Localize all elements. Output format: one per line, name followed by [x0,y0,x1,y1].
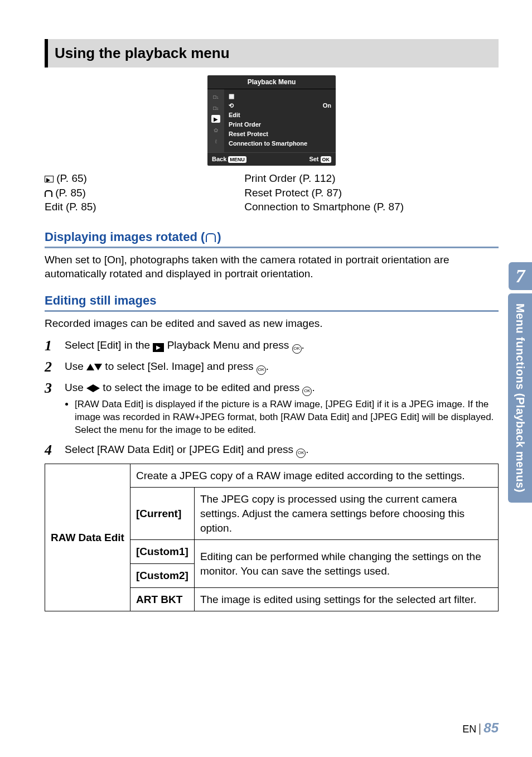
ref-resetprotect: Reset Protect (P. 87) [244,186,499,200]
playback-icon: ▶ [211,115,220,123]
chapter-label-tab: Menu functions (Playback menus) [508,293,532,503]
cell-custom-desc: Editing can be performed while changing … [194,540,498,587]
menu-icon-column: ◘₁ ◘₂ ▶ ✿ ℓ [207,89,224,152]
cell-current-desc: The JPEG copy is processed using the cur… [194,488,498,540]
menu-item-rotate: ⟲On [229,101,331,110]
cross-ref-left: (P. 65) (P. 85) Edit (P. 85) [45,171,244,214]
cell-current-label: [Current] [130,488,194,540]
menu-item-edit: Edit [229,110,331,120]
cross-ref-right: Print Order (P. 112) Reset Protect (P. 8… [244,171,499,214]
ok-icon: OK [257,365,266,375]
footer-lang: EN [462,724,476,735]
menu-item-smartphone: Connection to Smartphone [229,139,331,148]
table-top-row: Create a JPEG copy of a RAW image edited… [130,464,498,488]
menu-items: ▦ ⟲On Edit Print Order Reset Protect Con… [224,89,336,152]
cell-artbkt-desc: The image is edited using settings for t… [194,587,498,611]
ok-icon: OK [296,449,306,458]
ok-icon: OK [302,387,312,396]
chapter-number-tab: 7 [509,262,532,290]
rotate-icon [45,190,52,197]
subheading-rotated: Displaying images rotated () [45,229,499,248]
camera1-icon: ◘₁ [211,93,220,100]
footer-page-number: 85 [483,720,499,735]
cell-custom1-label: [Custom1] [130,540,194,564]
page-footer: EN85 [462,719,499,737]
ref-printorder: Print Order (P. 112) [244,171,499,186]
ref-smartphone: Connection to Smartphone (P. 87) [244,200,499,214]
camera2-icon: ◘₂ [211,104,220,112]
step-3-note: [RAW Data Edit] is displayed if the pict… [75,398,499,437]
rotated-paragraph: When set to [On], photographs taken with… [45,253,499,281]
menu-item-slideshow: ▦ [229,91,331,101]
playback-menu-icon: ▶ [153,343,164,352]
menu-set: SetOK [309,155,331,163]
ref-rotate: (P. 85) [52,187,86,199]
cell-custom2-label: [Custom2] [130,564,194,588]
menu-item-printorder: Print Order [229,120,331,129]
playback-menu-screenshot: Playback Menu ◘₁ ◘₂ ▶ ✿ ℓ ▦ ⟲On Edit Pri… [207,75,336,166]
menu-title: Playback Menu [207,75,336,89]
step-1: Select [Edit] in the ▶ Playback Menu and… [45,338,499,354]
table-row-header: RAW Data Edit [45,464,130,611]
cell-artbkt-label: ART BKT [130,587,194,611]
menu-item-resetprotect: Reset Protect [229,129,331,139]
step-4: Select [RAW Data Edit] or [JPEG Edit] an… [45,442,499,458]
wrench-icon: ℓ [211,137,220,145]
dpad-up-icon [86,364,94,370]
step-3: Use to select the image to be edited and… [45,380,499,437]
menu-back: BackMENU [212,155,246,163]
slideshow-icon [45,176,54,182]
ref-slideshow: (P. 65) [54,172,87,184]
dpad-down-icon [94,364,102,370]
editing-intro: Recorded images can be edited and saved … [45,316,499,331]
dpad-left-icon [86,384,93,392]
subheading-editing: Editing still images [45,292,499,312]
ref-edit: Edit (P. 85) [45,200,244,214]
dpad-right-icon [93,384,100,392]
raw-edit-table: RAW Data Edit Create a JPEG copy of a RA… [45,464,499,611]
rotate-heading-icon [206,233,216,242]
step-2: Use to select [Sel. Image] and press OK. [45,359,499,375]
section-heading: Using the playback menu [45,39,499,67]
ok-icon: OK [292,344,302,354]
gear-icon: ✿ [211,126,220,134]
